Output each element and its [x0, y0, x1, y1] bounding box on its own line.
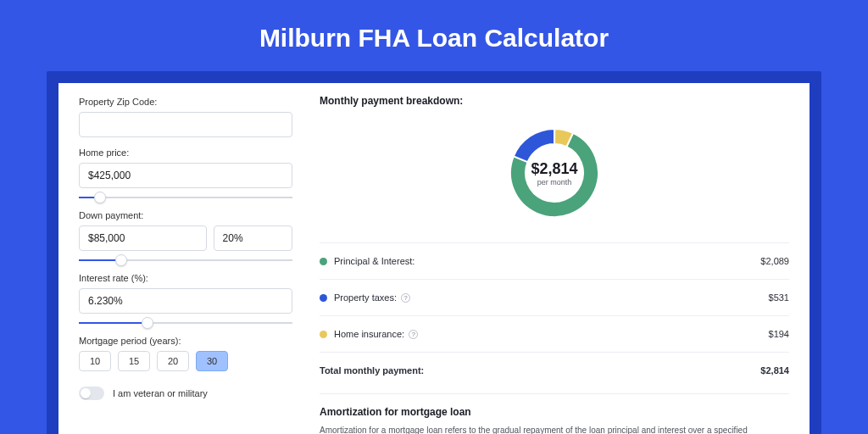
breakdown-value: $2,089 — [760, 256, 789, 266]
total-label: Total monthly payment: — [320, 365, 424, 376]
donut-area: $2,814 per month — [320, 115, 789, 236]
inputs-panel: Property Zip Code: Home price: Down paym… — [58, 83, 313, 434]
down-payment-amount-input[interactable] — [79, 225, 207, 251]
period-btn-30[interactable]: 30 — [196, 351, 228, 371]
period-options: 10152030 — [79, 351, 292, 371]
donut-chart: $2,814 per month — [504, 122, 605, 224]
breakdown-label: Property taxes: — [334, 292, 397, 303]
slider-thumb[interactable] — [142, 317, 153, 329]
slider-thumb[interactable] — [94, 192, 106, 203]
amort-text: Amortization for a mortgage loan refers … — [320, 425, 789, 434]
divider — [320, 279, 789, 280]
breakdown-title: Monthly payment breakdown: — [320, 95, 789, 107]
down-payment-slider[interactable] — [79, 254, 292, 266]
breakdown-value: $194 — [769, 329, 789, 339]
donut-center-label: per month — [537, 178, 572, 186]
interest-label: Interest rate (%): — [79, 273, 292, 283]
down-payment-label: Down payment: — [79, 210, 292, 220]
divider — [320, 393, 789, 394]
slider-fill — [79, 322, 147, 324]
total-row: Total monthly payment: $2,814 — [320, 359, 789, 381]
calculator-card: Property Zip Code: Home price: Down paym… — [58, 83, 810, 434]
interest-slider[interactable] — [79, 317, 292, 329]
amort-title: Amortization for mortgage loan — [320, 406, 789, 418]
color-dot — [320, 331, 327, 338]
home-price-slider[interactable] — [79, 192, 292, 203]
total-value: $2,814 — [760, 365, 789, 376]
breakdown-label: Home insurance: — [334, 329, 404, 339]
color-dot — [320, 294, 327, 302]
donut-center: $2,814 per month — [504, 122, 605, 224]
breakdown-value: $531 — [769, 292, 789, 303]
zip-input[interactable] — [79, 112, 292, 137]
veteran-toggle[interactable] — [79, 387, 104, 400]
donut-center-value: $2,814 — [531, 160, 577, 178]
color-dot — [320, 258, 327, 265]
info-icon[interactable]: ? — [401, 293, 410, 303]
period-btn-15[interactable]: 15 — [118, 351, 150, 371]
home-price-input[interactable] — [79, 163, 292, 188]
interest-input[interactable] — [79, 288, 292, 314]
period-btn-10[interactable]: 10 — [79, 351, 111, 371]
divider — [320, 352, 789, 353]
breakdown-row: Home insurance:?$194 — [320, 323, 789, 345]
down-payment-percent-input[interactable] — [214, 225, 292, 251]
slider-thumb[interactable] — [115, 254, 127, 266]
breakdown-panel: Monthly payment breakdown: $2,814 per mo… — [313, 83, 810, 434]
period-btn-20[interactable]: 20 — [157, 351, 189, 371]
breakdown-label: Principal & Interest: — [334, 256, 415, 266]
slider-track — [79, 197, 292, 198]
divider — [320, 315, 789, 316]
period-label: Mortgage period (years): — [79, 336, 292, 346]
info-icon[interactable]: ? — [409, 330, 418, 339]
breakdown-row: Principal & Interest:$2,089 — [320, 250, 789, 272]
page-title: Milburn FHA Loan Calculator — [0, 0, 868, 71]
veteran-label: I am veteran or military — [113, 388, 208, 398]
breakdown-row: Property taxes:?$531 — [320, 287, 789, 309]
home-price-label: Home price: — [79, 147, 292, 158]
calculator-frame: Property Zip Code: Home price: Down paym… — [47, 71, 821, 434]
zip-label: Property Zip Code: — [79, 97, 292, 107]
divider — [320, 242, 789, 243]
breakdown-rows: Principal & Interest:$2,089Property taxe… — [320, 250, 789, 345]
